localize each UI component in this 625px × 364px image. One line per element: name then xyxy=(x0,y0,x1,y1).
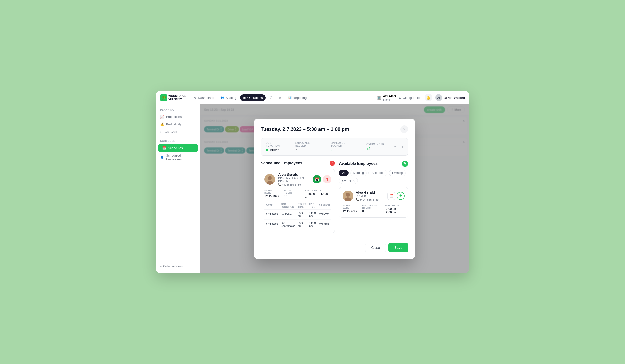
available-employee-header: Alva Gerald DRIVER 📞 (404) 555-6789 xyxy=(343,191,405,201)
avail-start-date: START DATE 12.15.2022 xyxy=(343,204,357,214)
row-end-2: 11:00 pm xyxy=(308,219,317,229)
schedules-icon: 📅 xyxy=(162,146,166,150)
availability-stat: AVAILABILITY 12:00 am – 12:00 am xyxy=(305,189,332,199)
sidebar-item-schedules[interactable]: 📅 Schedules xyxy=(158,144,198,152)
available-employees-header: Available Employees 76 xyxy=(339,161,408,167)
nav-item-dashboard[interactable]: ⊙ Dashboard xyxy=(191,94,217,101)
add-employee-button[interactable]: + xyxy=(397,192,405,200)
user-avatar: OB xyxy=(435,94,442,101)
close-modal-button[interactable]: × xyxy=(400,125,408,133)
grid-icon[interactable]: ⊞ xyxy=(371,96,374,100)
nav-item-staffing[interactable]: 👥 Staffing xyxy=(218,94,239,101)
scheduled-employees-column: Scheduled Employees 6 xyxy=(261,161,335,233)
avail-start-date-value: 12.15.2022 xyxy=(343,210,357,213)
filter-evening[interactable]: Evening xyxy=(389,170,406,176)
filter-overnight[interactable]: Overnight xyxy=(339,178,358,184)
row-date-1: 2.21.2023 xyxy=(264,209,279,219)
col-branch: BRANCH xyxy=(317,202,332,210)
col-job-function: JOB FUNCTION xyxy=(279,202,296,210)
branch-icon: 🏢 xyxy=(377,96,381,100)
avail-availability-value: 12:00 am – 12:00 am xyxy=(384,207,405,214)
available-count-badge: 76 xyxy=(402,161,408,167)
modal-title: Tuesday, 2.7.2023 – 5:00 am – 1:00 pm xyxy=(261,126,349,132)
edit-icon: ✏ xyxy=(394,145,397,149)
row-job-1: Lot Driver xyxy=(279,209,296,219)
notifications-button[interactable]: 🔔 xyxy=(425,94,432,102)
employee-card-header: Alva Gerald DRIVER • LEAD BUS DRIVER 📞 (… xyxy=(264,172,331,186)
start-date-stat: START DATE 12.15.2022 xyxy=(264,189,279,199)
filter-morning[interactable]: Morning xyxy=(350,170,367,176)
available-employee-avatar xyxy=(343,191,353,201)
employee-needed-col: EMPLOYEE NEEDED 7 xyxy=(295,142,320,152)
col-date: DATE xyxy=(264,202,279,210)
employee-booked-value: 9 xyxy=(331,148,357,152)
filter-afternoon[interactable]: Afternoon xyxy=(368,170,387,176)
scheduled-employees-header: Scheduled Employees 6 xyxy=(261,161,335,166)
content-area: Sep 13 23 – Sep 19 23 create shift ⋮ Mor… xyxy=(200,104,469,273)
col-start-time: START TIME xyxy=(296,202,308,210)
nav-right: ⊞ 🏢 ATLABG Branch ⚙ Configuration 🔔 OB O… xyxy=(371,94,465,102)
employee-name: Alva Gerald xyxy=(278,172,310,177)
employee-avatar xyxy=(264,174,275,185)
avail-availability: AVAILABILITY 12:00 am – 12:00 am xyxy=(384,204,405,214)
config-button[interactable]: ⚙ Configuration xyxy=(399,96,421,100)
edit-button[interactable]: ✏ Edit xyxy=(394,145,403,149)
available-employee-info: Alva Gerald DRIVER 📞 (404) 555-6789 xyxy=(356,191,385,201)
staffing-icon: 👥 xyxy=(220,96,224,99)
avail-projected-hours-value: 8 xyxy=(362,210,379,213)
modal-footer: Close Save xyxy=(261,239,408,252)
svg-point-1 xyxy=(268,176,272,180)
job-function-value: Driver xyxy=(266,148,285,152)
save-button[interactable]: Save xyxy=(388,243,408,252)
modal-columns: Scheduled Employees 6 xyxy=(261,161,408,233)
available-employee-actions: 📅 + xyxy=(387,192,405,200)
employee-info: Alva Gerald DRIVER • LEAD BUS DRIVER 📞 (… xyxy=(278,172,310,186)
user-button[interactable]: OB Oliver Bradford xyxy=(435,94,465,101)
top-nav: 🌿 WORKFORCE VELOCITY ⊙ Dashboard 👥 Staff… xyxy=(156,91,469,104)
scheduled-employees-icon: 👤 xyxy=(160,156,164,159)
available-employees-column: Available Employees 76 All Morning After… xyxy=(339,161,408,233)
available-employee-name: Alva Gerald xyxy=(356,191,385,195)
row-start-2: 3:00 pm xyxy=(296,219,308,229)
available-employees-title: Available Employees xyxy=(339,162,378,166)
nav-item-operations[interactable]: ▣ Operations xyxy=(240,94,266,101)
config-icon: ⚙ xyxy=(399,96,402,100)
employee-stats: START DATE 12.15.2022 TOTAL HOURS 40 AVA… xyxy=(264,189,331,199)
logo-icon: 🌿 xyxy=(160,94,167,101)
nav-items: ⊙ Dashboard 👥 Staffing ▣ Operations ⏱ Ti… xyxy=(191,94,369,101)
sidebar-item-scheduled-employees[interactable]: 👤 Scheduled Employees xyxy=(156,152,200,163)
left-arrow-icon: ← xyxy=(159,265,162,268)
schedule-employee-button[interactable]: 📅 xyxy=(313,175,321,183)
row-job-2: Lot Coordinator xyxy=(279,219,296,229)
sidebar-item-projections[interactable]: 📈 Projections xyxy=(156,113,200,120)
row-date-2: 2.21.2023 xyxy=(264,219,279,229)
sidebar-item-gm-calc[interactable]: ◇ GM Calc xyxy=(156,128,200,136)
table-row: 2.21.2023 Lot Coordinator 3:00 pm 11:00 … xyxy=(264,219,331,229)
remove-employee-button[interactable]: 🗑 xyxy=(323,175,331,183)
filter-all[interactable]: All xyxy=(339,170,348,176)
close-button[interactable]: Close xyxy=(365,243,386,252)
nav-item-reporting[interactable]: 📊 Reporting xyxy=(285,94,310,101)
available-employee-role: DRIVER xyxy=(356,195,385,197)
branch-sub: Branch xyxy=(383,98,396,101)
row-branch-1: ATLHTZ xyxy=(317,209,332,219)
svg-point-4 xyxy=(346,193,350,197)
employee-phone: 📞 (404) 555-6789 xyxy=(278,183,310,186)
sidebar-item-profitability[interactable]: 💰 Profitability xyxy=(156,120,200,128)
row-branch-2: ATLABG xyxy=(317,219,332,229)
app-container: 🌿 WORKFORCE VELOCITY ⊙ Dashboard 👥 Staff… xyxy=(156,91,469,273)
table-row: 2.21.2023 Lot Driver 3:00 pm 11:00 pm AT… xyxy=(264,209,331,219)
availability-value: 12:00 am – 12:00 am xyxy=(305,192,332,199)
scheduled-employees-title: Scheduled Employees xyxy=(261,161,302,166)
collapse-menu-button[interactable]: ← Collapse Menu xyxy=(159,265,183,268)
logo-area: 🌿 WORKFORCE VELOCITY xyxy=(160,94,186,101)
nav-item-time[interactable]: ⏱ Time xyxy=(267,94,284,101)
view-calendar-button[interactable]: 📅 xyxy=(387,192,395,200)
operations-icon: ▣ xyxy=(243,96,246,99)
row-end-1: 11:00 pm xyxy=(308,209,317,219)
avail-phone-icon: 📞 xyxy=(356,198,359,201)
avail-projected-hours: PROJECTED HOURS 8 xyxy=(362,204,379,214)
available-employee-card: Alva Gerald DRIVER 📞 (404) 555-6789 xyxy=(339,187,408,218)
availability-filters: All Morning Afternoon Evening Overnight xyxy=(339,170,408,184)
modal: Tuesday, 2.7.2023 – 5:00 am – 1:00 pm × … xyxy=(254,119,415,259)
